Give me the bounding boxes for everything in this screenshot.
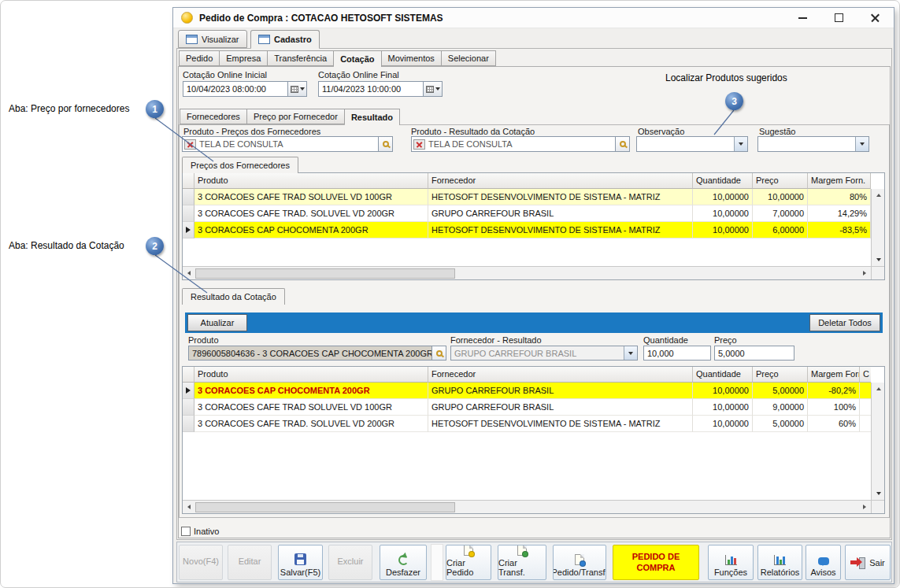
table-row[interactable]: 3 CORACOES CAFE TRAD SOLUVEL VD 100GR HE… (183, 189, 884, 205)
tab-movimentos[interactable]: Movimentos (382, 50, 442, 66)
scroll-right-button[interactable] (858, 267, 871, 279)
tab-fornecedores[interactable]: Fornecedores (180, 109, 247, 124)
dropdown-button[interactable] (734, 137, 747, 151)
search-icon (436, 350, 443, 357)
avisos-button[interactable]: Avisos (806, 545, 841, 580)
arrow-left-icon (187, 505, 191, 509)
tab-selecionar[interactable]: Selecionar (442, 50, 496, 66)
current-row-icon (186, 227, 191, 233)
column-header[interactable]: Fornecedor (428, 367, 693, 383)
cotacao-final-input[interactable]: 11/04/2023 10:00:00 (318, 81, 443, 97)
sugestao-select[interactable] (757, 136, 869, 152)
sair-button[interactable]: Sair (845, 545, 891, 580)
resultado-cotacao-grid: Produto Fornecedor Quantidade Preço Marg… (182, 366, 885, 514)
salvar-button[interactable]: Salvar(F5) (278, 545, 323, 580)
calendar-picker-button[interactable] (287, 82, 306, 96)
produto-resultado-label: Produto - Resultado da Cotação (411, 127, 535, 136)
scroll-down-button[interactable] (872, 487, 885, 500)
produto-precos-input[interactable]: TELA DE CONSULTA (182, 136, 393, 152)
quantidade-input[interactable]: 10,000 (643, 346, 711, 361)
produto-resultado-input[interactable]: TELA DE CONSULTA (411, 136, 630, 152)
exit-icon (850, 557, 865, 568)
editar-button: Editar (228, 545, 272, 580)
dropdown-button[interactable] (855, 137, 869, 151)
pedido-de-compra-button[interactable]: PEDIDO DE COMPRA (613, 545, 699, 580)
tab-resultado[interactable]: Resultado (345, 109, 400, 125)
search-button[interactable] (615, 137, 629, 151)
column-header[interactable]: Preço (753, 367, 808, 383)
column-header[interactable]: Quantidade (693, 173, 753, 189)
clear-icon[interactable] (413, 139, 425, 150)
cotacao-inicial-input[interactable]: 10/04/2023 08:00:00 (183, 81, 307, 97)
tab-pedido[interactable]: Pedido (179, 50, 220, 66)
pedido-transf-button[interactable]: Pedido/Transf. (553, 545, 606, 580)
desfazer-button[interactable]: Desfazer (380, 545, 427, 580)
scroll-up-button[interactable] (872, 383, 885, 395)
inativo-checkbox[interactable] (181, 527, 191, 536)
column-header[interactable]: Margem Forn. (808, 173, 871, 189)
inner-tab-strip: Fornecedores Preço por Fornecedor Result… (180, 109, 400, 125)
annotation-localizar-produtos: Localizar Produtos sugeridos (665, 72, 787, 83)
scrollbar-corner (871, 500, 884, 513)
search-button[interactable] (378, 137, 392, 151)
calendar-picker-button[interactable] (423, 82, 442, 96)
criar-pedido-button[interactable]: Criar Pedido (446, 545, 491, 580)
produto-resultado-form-input[interactable]: 7896005804636 - 3 CORACOES CAP CHOCOMENT… (188, 346, 446, 361)
tab-transferencia[interactable]: Transferência (268, 50, 334, 66)
table-row-selected[interactable]: 3 CORACOES CAP CHOCOMENTA 200GR HETOSOFT… (183, 222, 884, 239)
arrow-right-icon (863, 505, 866, 509)
tab-empresa[interactable]: Empresa (220, 50, 268, 66)
tab-cadastro[interactable]: Cadastro (250, 30, 320, 49)
tab-visualizar[interactable]: Visualizar (178, 30, 247, 48)
scroll-up-button[interactable] (872, 189, 885, 202)
reports-chart-icon (774, 555, 786, 565)
funcoes-button[interactable]: Funções (708, 545, 754, 580)
vertical-scrollbar[interactable] (871, 383, 884, 500)
horizontal-scrollbar[interactable] (183, 500, 871, 513)
atualizar-button[interactable]: Atualizar (187, 314, 247, 331)
column-header[interactable]: Quantidade (693, 367, 753, 383)
close-button[interactable] (869, 12, 881, 24)
preco-label: Preço (714, 335, 737, 345)
tab-resultado-da-cotacao[interactable]: Resultado da Cotação (182, 288, 285, 305)
tab-preco-por-fornecedor[interactable]: Preço por Fornecedor (247, 109, 345, 124)
document-transfer-icon (517, 545, 527, 556)
table-row[interactable]: 3 CORACOES CAFE TRAD. SOLUVEL VD 200GR G… (183, 205, 884, 222)
scrollbar-thumb[interactable] (195, 502, 455, 512)
column-header[interactable]: Produto (194, 173, 428, 189)
annotation-preco-fornecedores: Aba: Preço por fornecedores (9, 103, 129, 114)
scroll-left-button[interactable] (183, 501, 195, 513)
table-row[interactable]: 3 CORACOES CAFE TRAD SOLUVEL VD 100GR GR… (183, 399, 884, 416)
scroll-right-button[interactable] (858, 501, 871, 513)
search-button[interactable] (431, 346, 446, 360)
column-header[interactable]: Margem Forn. (808, 367, 860, 383)
row-indicator (183, 399, 194, 416)
arrow-down-icon (876, 492, 881, 495)
result-action-bar: Atualizar Deletar Todos (185, 312, 883, 333)
deletar-todos-button[interactable]: Deletar Todos (809, 314, 880, 331)
fornecedor-resultado-select[interactable]: GRUPO CARREFOUR BRASIL (450, 346, 638, 361)
table-row[interactable]: 3 CORACOES CAFE TRAD. SOLUVEL VD 200GR H… (183, 416, 884, 432)
scroll-down-button[interactable] (872, 253, 885, 266)
column-header[interactable]: C (860, 367, 871, 383)
table-row-selected[interactable]: 3 CORACOES CAP CHOCOMENTA 200GR GRUPO CA… (183, 383, 884, 399)
maximize-button[interactable] (832, 12, 845, 24)
tab-precos-dos-fornecedores[interactable]: Preços dos Fornecedores (182, 157, 298, 173)
criar-transf-button[interactable]: Criar Transf. (498, 545, 546, 580)
scroll-left-button[interactable] (183, 267, 195, 279)
dropdown-button[interactable] (624, 346, 637, 360)
tab-cotacao[interactable]: Cotação (334, 50, 381, 67)
clear-icon[interactable] (184, 139, 196, 150)
column-header[interactable]: Preço (753, 173, 808, 189)
scrollbar-thumb[interactable] (195, 268, 455, 279)
vertical-scrollbar[interactable] (871, 189, 884, 266)
current-row-icon (186, 387, 191, 394)
arrow-up-icon (876, 194, 881, 197)
horizontal-scrollbar[interactable] (183, 266, 871, 279)
observacao-select[interactable] (636, 136, 748, 152)
minimize-button[interactable] (796, 12, 809, 24)
preco-input[interactable]: 5,0000 (714, 346, 794, 361)
column-header[interactable]: Produto (194, 367, 428, 383)
column-header[interactable]: Fornecedor (428, 173, 693, 189)
relatorios-button[interactable]: Relatórios (757, 545, 802, 580)
